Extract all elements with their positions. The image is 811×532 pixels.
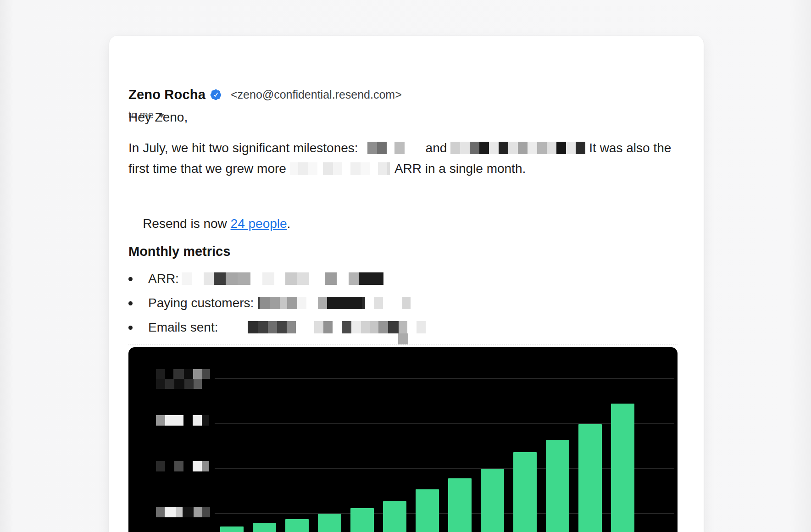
redaction-cell bbox=[398, 333, 408, 344]
redaction-cell bbox=[508, 142, 518, 154]
redaction-cell bbox=[258, 321, 268, 333]
redaction-cell bbox=[377, 142, 387, 154]
list-item-emails-sent: Emails sent: bbox=[128, 315, 426, 339]
redaction-cell bbox=[327, 297, 362, 309]
redaction-cell bbox=[388, 321, 399, 333]
sender-address[interactable]: <zeno@confidential.resend.com> bbox=[231, 88, 402, 101]
chart-bar bbox=[578, 424, 602, 532]
redaction-cell bbox=[460, 142, 470, 154]
redaction-cell bbox=[350, 162, 361, 175]
redaction-cell bbox=[248, 321, 258, 333]
chart-bar bbox=[448, 478, 472, 532]
redaction-cell bbox=[499, 142, 508, 154]
team-size-link[interactable]: 24 people bbox=[231, 216, 287, 231]
redacted-milestone-1 bbox=[367, 142, 405, 154]
greeting-text: Hey Zeno, bbox=[128, 107, 188, 127]
redaction-cell bbox=[308, 162, 317, 175]
chart-panel bbox=[128, 347, 678, 532]
redaction-cell bbox=[489, 142, 499, 154]
milestones-text-1: In July, we hit two significant mileston… bbox=[128, 138, 358, 158]
redaction-cell bbox=[333, 321, 342, 333]
redaction-cell bbox=[470, 142, 479, 154]
redaction-cell bbox=[361, 162, 370, 175]
redaction-cell bbox=[325, 272, 337, 285]
redacted-growth-amount bbox=[290, 162, 390, 175]
redaction-cell bbox=[270, 297, 280, 309]
redaction-cell bbox=[214, 272, 226, 285]
paying-customers-label: Paying customers: bbox=[148, 296, 254, 310]
redaction-cell bbox=[374, 297, 383, 309]
email-card: Zeno Rocha <zeno@confidential.resend.com… bbox=[109, 36, 704, 532]
redaction-cell bbox=[342, 321, 351, 333]
redaction-cell bbox=[192, 272, 204, 285]
chart-bar bbox=[350, 508, 374, 532]
redaction-artifact-line bbox=[128, 344, 678, 345]
redaction-cell bbox=[250, 272, 262, 285]
redaction-cell bbox=[402, 297, 411, 309]
redacted-emails-sent-tail bbox=[398, 333, 408, 344]
redaction-cell bbox=[317, 162, 323, 175]
chart-bar bbox=[253, 523, 276, 532]
chart-plot bbox=[128, 347, 678, 532]
redacted-milestone-2 bbox=[450, 142, 585, 154]
grew-more-text: first time that we grew more bbox=[128, 158, 286, 179]
redaction-cell bbox=[518, 142, 528, 154]
team-size-suffix: . bbox=[287, 216, 291, 231]
redaction-cell bbox=[309, 272, 325, 285]
redaction-cell bbox=[359, 272, 383, 285]
redaction-cell bbox=[387, 142, 394, 154]
redaction-cell bbox=[268, 321, 277, 333]
chart-bar bbox=[220, 526, 244, 532]
redaction-cell bbox=[547, 142, 556, 154]
chart-bar bbox=[513, 452, 537, 532]
redaction-cell bbox=[417, 321, 426, 333]
chart-gridline bbox=[215, 423, 674, 424]
chart-bar bbox=[546, 440, 569, 532]
redaction-cell bbox=[399, 321, 407, 333]
redaction-cell bbox=[297, 272, 309, 285]
redaction-cell bbox=[378, 162, 387, 175]
milestones-line-2: first time that we grew more ARR in a si… bbox=[128, 158, 526, 179]
redaction-cell bbox=[365, 297, 374, 309]
redaction-cell bbox=[226, 272, 238, 285]
redacted-emails-sent-value bbox=[248, 321, 426, 333]
redaction-cell bbox=[370, 321, 378, 333]
milestones-line-1: In July, we hit two significant mileston… bbox=[128, 138, 671, 158]
redaction-cell bbox=[362, 297, 365, 309]
redaction-cell bbox=[378, 321, 388, 333]
redaction-cell bbox=[394, 142, 405, 154]
redaction-cell bbox=[182, 272, 192, 285]
milestones-text-2: It was also the bbox=[589, 138, 671, 158]
metrics-heading: Monthly metrics bbox=[128, 241, 230, 262]
redaction-cell bbox=[287, 297, 297, 309]
redaction-cell bbox=[262, 272, 274, 285]
redaction-cell bbox=[450, 142, 460, 154]
arr-label: ARR: bbox=[148, 272, 179, 286]
redaction-cell bbox=[274, 272, 285, 285]
and-text: and bbox=[426, 138, 447, 158]
redaction-cell bbox=[323, 162, 333, 175]
redaction-cell bbox=[260, 297, 270, 309]
arr-single-month-text: ARR in a single month. bbox=[394, 158, 526, 179]
redaction-cell bbox=[537, 142, 547, 154]
redaction-cell bbox=[407, 321, 417, 333]
chart-bar bbox=[318, 514, 341, 532]
team-size-prefix: Resend is now bbox=[143, 216, 230, 231]
sender-name[interactable]: Zeno Rocha bbox=[128, 87, 206, 102]
chart-bar bbox=[481, 469, 504, 532]
redaction-cell bbox=[337, 272, 349, 285]
redaction-cell bbox=[285, 272, 297, 285]
redaction-cell bbox=[361, 321, 370, 333]
redaction-cell bbox=[383, 297, 402, 309]
redaction-cell bbox=[306, 297, 318, 309]
redaction-cell bbox=[290, 162, 298, 175]
redaction-cell bbox=[323, 321, 333, 333]
page-background: { "email": { "sender_name": "Zeno Rocha"… bbox=[0, 0, 811, 532]
chart-bar bbox=[416, 489, 439, 532]
redaction-cell bbox=[287, 321, 296, 333]
verified-badge-icon bbox=[210, 89, 222, 101]
redaction-cell bbox=[479, 142, 489, 154]
email-header: Zeno Rocha <zeno@confidential.resend.com… bbox=[128, 87, 402, 102]
redacted-arr-value bbox=[182, 272, 383, 285]
redaction-cell bbox=[277, 321, 287, 333]
